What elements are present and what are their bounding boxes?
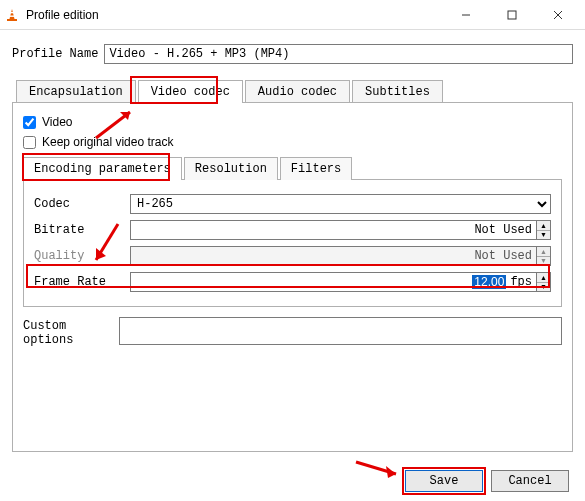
minimize-button[interactable] <box>443 0 489 29</box>
codec-select[interactable]: H-265 <box>130 194 551 214</box>
bitrate-down[interactable]: ▼ <box>537 231 550 240</box>
video-checkbox-row[interactable]: Video <box>23 115 562 129</box>
quality-up: ▲ <box>537 247 550 257</box>
quality-input <box>131 247 536 265</box>
framerate-unit: fps <box>506 275 536 289</box>
video-checkbox-label: Video <box>42 115 72 129</box>
save-button[interactable]: Save <box>405 470 483 492</box>
sub-tabs: Encoding parameters Resolution Filters <box>23 157 562 180</box>
custom-options-label: Custom options <box>23 317 119 347</box>
tab-subtitles[interactable]: Subtitles <box>352 80 443 103</box>
keep-original-row[interactable]: Keep original video track <box>23 135 562 149</box>
framerate-down[interactable]: ▼ <box>537 283 550 292</box>
tab-audio-codec[interactable]: Audio codec <box>245 80 350 103</box>
svg-rect-2 <box>10 15 15 16</box>
tab-encapsulation[interactable]: Encapsulation <box>16 80 136 103</box>
quality-label: Quality <box>34 249 130 263</box>
quality-field: ▲▼ <box>130 246 551 266</box>
subtab-encoding[interactable]: Encoding parameters <box>23 157 182 180</box>
framerate-field[interactable]: 12.00 fps ▲▼ <box>130 272 551 292</box>
framerate-up[interactable]: ▲ <box>537 273 550 283</box>
quality-down: ▼ <box>537 257 550 266</box>
svg-rect-4 <box>508 11 516 19</box>
cancel-button[interactable]: Cancel <box>491 470 569 492</box>
maximize-button[interactable] <box>489 0 535 29</box>
bitrate-input[interactable] <box>131 221 536 239</box>
encoding-panel: Codec H-265 Bitrate ▲▼ <box>23 179 562 307</box>
subtab-resolution[interactable]: Resolution <box>184 157 278 180</box>
bitrate-label: Bitrate <box>34 223 130 237</box>
main-tabs: Encapsulation Video codec Audio codec Su… <box>16 80 573 103</box>
keep-original-checkbox[interactable] <box>23 136 36 149</box>
vlc-cone-icon <box>4 7 20 23</box>
codec-label: Codec <box>34 197 130 211</box>
svg-rect-1 <box>10 12 13 13</box>
keep-original-label: Keep original video track <box>42 135 173 149</box>
profile-name-label: Profile Name <box>12 47 98 61</box>
titlebar: Profile edition <box>0 0 585 30</box>
tab-video-codec[interactable]: Video codec <box>138 80 243 103</box>
custom-options-input[interactable] <box>119 317 562 345</box>
profile-name-input[interactable] <box>104 44 573 64</box>
tab-panel: Video Keep original video track Encoding… <box>12 102 573 452</box>
window-title: Profile edition <box>26 8 443 22</box>
video-checkbox[interactable] <box>23 116 36 129</box>
subtab-filters[interactable]: Filters <box>280 157 352 180</box>
close-button[interactable] <box>535 0 581 29</box>
bitrate-field[interactable]: ▲▼ <box>130 220 551 240</box>
bitrate-up[interactable]: ▲ <box>537 221 550 231</box>
framerate-value[interactable]: 12.00 <box>472 275 506 289</box>
arrow-to-save <box>352 458 406 482</box>
svg-rect-0 <box>7 19 17 21</box>
framerate-label: Frame Rate <box>34 275 130 289</box>
